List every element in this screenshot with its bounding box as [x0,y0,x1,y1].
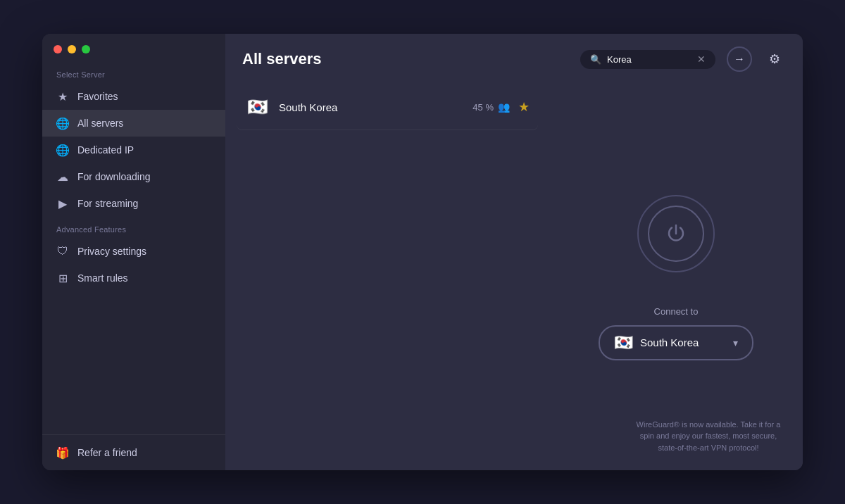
gift-icon: 🎁 [56,446,69,459]
shield-icon: 🛡 [56,245,69,258]
streaming-icon: ▶ [56,197,69,210]
refer-friend-item[interactable]: 🎁 Refer a friend [56,446,211,459]
table-row[interactable]: 🇰🇷 South Korea 45 % 👥 ★ [237,84,538,130]
sidebar-item-smart-rules[interactable]: ⊞ Smart rules [42,265,225,291]
sidebar-item-downloading[interactable]: ☁ For downloading [42,163,225,190]
globe-icon: 🌐 [56,117,69,130]
power-button[interactable] [637,195,715,272]
power-button-inner [648,206,704,262]
chevron-down-icon: ▾ [733,337,738,348]
grid-icon: ⊞ [56,272,69,284]
content-area: 🇰🇷 South Korea 45 % 👥 ★ [225,84,803,470]
refer-friend-label: Refer a friend [77,447,137,458]
favorite-button[interactable]: ★ [518,99,530,115]
load-percentage: 45 % [472,102,494,113]
search-box[interactable]: 🔍 ✕ [580,50,715,69]
sidebar-footer: 🎁 Refer a friend [42,434,225,470]
connect-to-label: Connect to [654,306,699,317]
search-clear-button[interactable]: ✕ [697,54,706,64]
sidebar-item-privacy[interactable]: 🛡 Privacy settings [42,238,225,265]
sidebar-item-favorites-label: Favorites [77,91,118,102]
app-window: Select Server ★ Favorites 🌐 All servers … [42,34,803,470]
minimize-button[interactable] [68,45,76,53]
sidebar-item-downloading-label: For downloading [77,171,151,182]
sidebar-item-all-servers[interactable]: 🌐 All servers [42,110,225,137]
wireguard-notice: WireGuard® is now available. Take it for… [631,419,786,454]
advanced-features-label: Advanced Features [42,217,225,238]
right-panel: Connect to 🇰🇷 South Korea ▾ WireGuard® i… [549,84,803,470]
server-flag: 🇰🇷 [245,94,270,120]
sidebar-item-all-servers-label: All servers [77,118,123,129]
sidebar-item-streaming[interactable]: ▶ For streaming [42,190,225,217]
download-icon: ☁ [56,170,69,183]
server-list: 🇰🇷 South Korea 45 % 👥 ★ [225,84,549,470]
sidebar-item-privacy-label: Privacy settings [77,246,146,257]
maximize-button[interactable] [82,45,90,53]
select-server-label: Select Server [42,62,225,83]
users-icon: 👥 [498,101,510,113]
connect-dropdown[interactable]: 🇰🇷 South Korea ▾ [599,325,753,360]
dedicated-icon: 🌐 [56,144,69,156]
sidebar-item-favorites[interactable]: ★ Favorites [42,83,225,110]
close-button[interactable] [54,45,62,53]
sidebar-item-dedicated-ip[interactable]: 🌐 Dedicated IP [42,137,225,163]
search-icon: 🔍 [590,54,601,65]
server-name: South Korea [279,101,464,113]
dropdown-flag: 🇰🇷 [614,334,633,352]
sidebar-item-dedicated-label: Dedicated IP [77,144,134,156]
sidebar-item-smart-rules-label: Smart rules [77,272,128,284]
titlebar [42,34,225,62]
search-input[interactable] [607,54,691,65]
settings-gear-button[interactable]: ⚙ [763,48,786,70]
page-title: All servers [242,50,569,68]
arrow-button[interactable]: → [727,46,752,72]
dropdown-server-name: South Korea [640,336,726,348]
sidebar-item-streaming-label: For streaming [77,198,138,209]
sidebar: Select Server ★ Favorites 🌐 All servers … [42,34,225,470]
main-area: All servers 🔍 ✕ → ⚙ 🇰🇷 South Korea 45 % … [225,34,803,470]
star-icon: ★ [56,90,69,103]
server-load: 45 % 👥 [472,101,510,113]
main-header: All servers 🔍 ✕ → ⚙ [225,34,803,84]
